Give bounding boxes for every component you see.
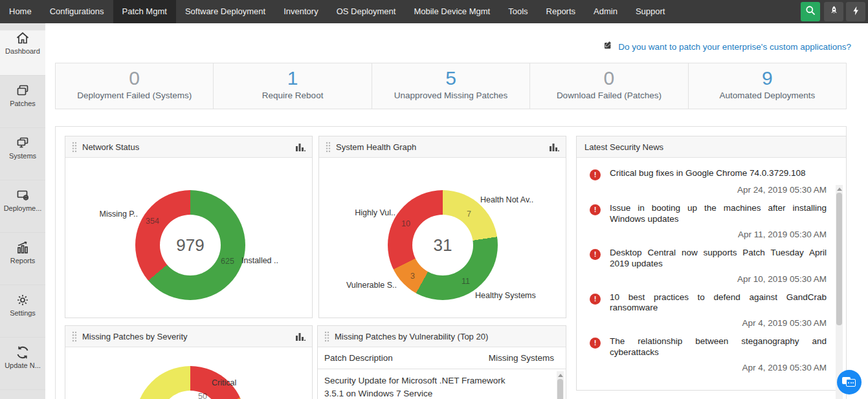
segment-label-installed: Installed .. — [241, 256, 278, 265]
scrollbar-thumb[interactable] — [557, 379, 563, 399]
search-icon — [805, 5, 816, 19]
sidebar-label-reports: Reports — [0, 257, 45, 264]
table-row[interactable]: Security Update for Microsoft .NET Frame… — [318, 369, 566, 399]
sidebar-item-deployments[interactable]: Deployme... — [0, 188, 45, 233]
sidebar-label-dashboard: Dashboard — [0, 47, 45, 55]
stat-label: Deployment Failed (Systems) — [56, 91, 213, 100]
card-title: Missing Patches by Severity — [82, 332, 188, 341]
news-item: ! Critical bug fixes in Google Chrome 74… — [586, 168, 827, 195]
sidebar-item-dashboard[interactable]: Dashboard — [0, 30, 45, 76]
stat-label: Automated Deployments — [689, 91, 846, 100]
stat-require-reboot[interactable]: 1 Require Reboot — [214, 63, 372, 109]
news-date: Apr 10, 2019 05:30 AM — [586, 274, 827, 284]
system-health-card: System Health Graph 31 Highly Vul.. 10 H… — [318, 136, 566, 318]
drag-handle-icon[interactable] — [72, 331, 77, 342]
system-health-donut[interactable]: 31 — [388, 190, 498, 300]
news-list-area: ! Critical bug fixes in Google Chrome 74… — [577, 158, 846, 390]
drag-handle-icon[interactable] — [72, 142, 77, 153]
pencil-icon — [603, 40, 614, 53]
news-item: ! Desktop Central now supports Patch Tue… — [586, 248, 827, 284]
summary-stats-row: 0 Deployment Failed (Systems) 1 Require … — [55, 63, 847, 109]
stat-value: 0 — [56, 67, 213, 89]
card-header: Network Status — [65, 136, 312, 158]
severity-chart-area: Critical 50 — [65, 347, 312, 399]
stat-deployment-failed[interactable]: 0 Deployment Failed (Systems) — [56, 63, 214, 109]
scrollbar — [836, 185, 843, 399]
news-title[interactable]: Issue in booting up the machines after i… — [610, 203, 827, 225]
segment-label-health-not-available: Health Not Av.. — [480, 195, 533, 204]
scrollbar-thumb[interactable] — [836, 193, 842, 325]
segment-value-highly-vulnerable: 10 — [401, 219, 410, 228]
chart-type-icon[interactable] — [550, 143, 559, 151]
sidebar-label-update-now: Update N... — [0, 361, 45, 369]
segment-label-healthy: Healthy Systems — [475, 291, 536, 300]
drag-handle-icon[interactable] — [326, 142, 331, 153]
network-status-donut[interactable]: 979 — [135, 190, 245, 300]
nav-tab-configurations[interactable]: Configurations — [41, 0, 113, 23]
nav-tab-software-deployment[interactable]: Software Deployment — [176, 0, 274, 23]
segment-label-missing: Missing P.. — [78, 210, 138, 219]
search-button[interactable] — [801, 2, 820, 21]
sidebar-label-patches: Patches — [0, 100, 45, 107]
nav-tab-patch-mgmt[interactable]: Patch Mgmt — [113, 0, 176, 23]
column-missing-systems: Missing Systems — [489, 353, 554, 363]
chart-type-icon[interactable] — [296, 332, 306, 341]
nav-tab-mobile-device-mgmt[interactable]: Mobile Device Mgmt — [405, 0, 499, 23]
news-date: Apr 11, 2019 05:30 AM — [586, 230, 827, 239]
stat-value: 5 — [372, 67, 529, 89]
scroll-up-icon[interactable] — [837, 188, 842, 191]
news-item: ! Issue in booting up the machines after… — [586, 203, 827, 239]
sidebar: Dashboard Patches Systems Deployme... Re… — [0, 23, 45, 399]
news-title[interactable]: The relationship between steganography a… — [610, 336, 827, 358]
nav-tab-os-deployment[interactable]: OS Deployment — [328, 0, 405, 23]
alert-icon: ! — [590, 338, 601, 349]
patch-description: Security Update for Microsoft .NET Frame… — [324, 374, 518, 399]
whats-new-button[interactable] — [824, 2, 843, 21]
stat-unapproved-missing[interactable]: 5 Unapproved Missing Patches — [372, 63, 530, 109]
stat-value: 1 — [214, 67, 371, 89]
sidebar-item-systems[interactable]: Systems — [0, 135, 45, 180]
nav-tab-reports[interactable]: Reports — [537, 0, 585, 23]
card-header: Latest Security News — [577, 136, 846, 158]
scroll-up-icon[interactable] — [558, 374, 563, 377]
table-header: Patch Description Missing Systems — [318, 347, 566, 369]
reports-icon — [15, 240, 30, 255]
alert-icon: ! — [590, 169, 601, 180]
network-status-card: Network Status 979 Missing P.. 354 625 I… — [65, 136, 313, 318]
segment-value-critical: 50 — [198, 392, 207, 399]
stat-label: Unapproved Missing Patches — [372, 91, 529, 100]
sidebar-item-update-now[interactable]: Update N... — [0, 345, 45, 390]
alert-icon: ! — [590, 294, 601, 305]
quick-actions-button[interactable] — [846, 2, 865, 21]
chat-button[interactable] — [837, 370, 862, 394]
stat-download-failed[interactable]: 0 Download Failed (Patches) — [530, 63, 688, 109]
segment-value-vulnerable: 3 — [410, 272, 415, 281]
news-item: ! The relationship between steganography… — [586, 336, 827, 372]
nav-tab-admin[interactable]: Admin — [584, 0, 627, 23]
chart-type-icon[interactable] — [296, 143, 306, 151]
nav-tab-inventory[interactable]: Inventory — [274, 0, 327, 23]
column-patch-description: Patch Description — [324, 353, 393, 363]
sidebar-item-reports[interactable]: Reports — [0, 240, 45, 285]
donut-center-value: 979 — [176, 235, 204, 255]
sidebar-item-settings[interactable]: Settings — [0, 292, 45, 338]
sidebar-item-patches[interactable]: Patches — [0, 83, 45, 128]
custom-apps-banner: Do you want to patch your enterprise's c… — [603, 40, 851, 53]
severity-card: Missing Patches by Severity Critical 50 — [65, 325, 313, 399]
news-title[interactable]: Desktop Central now supports Patch Tuesd… — [610, 248, 827, 270]
nav-tab-support[interactable]: Support — [627, 0, 674, 23]
segment-value-missing: 354 — [146, 217, 159, 226]
alert-icon: ! — [590, 249, 601, 260]
nav-tab-home[interactable]: Home — [0, 0, 41, 23]
news-title[interactable]: 10 best practices to defend against Gand… — [610, 292, 827, 314]
nav-tab-tools[interactable]: Tools — [499, 0, 537, 23]
custom-apps-link[interactable]: Do you want to patch your enterprise's c… — [618, 42, 851, 52]
card-title: Network Status — [82, 142, 139, 152]
stat-automated-deployments[interactable]: 9 Automated Deployments — [689, 63, 846, 109]
systems-icon — [15, 135, 30, 151]
segment-value-health-not-available: 7 — [467, 210, 471, 219]
card-title: Latest Security News — [584, 142, 663, 152]
news-title[interactable]: Critical bug fixes in Google Chrome 74.0… — [610, 168, 827, 180]
drag-handle-icon[interactable] — [324, 331, 329, 342]
nav-spacer — [674, 0, 801, 23]
